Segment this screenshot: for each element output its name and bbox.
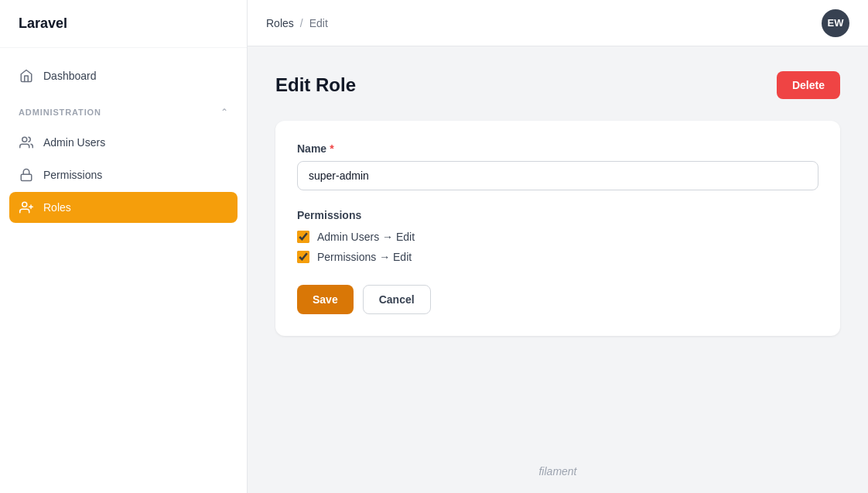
svg-point-0 (22, 137, 27, 142)
lock-icon (19, 167, 34, 183)
breadcrumb-separator: / (300, 17, 303, 29)
cancel-button[interactable]: Cancel (363, 285, 431, 314)
sidebar-item-label: Admin Users (43, 136, 105, 149)
page-content: Edit Role Delete Name * Permissions Admi… (248, 46, 868, 493)
avatar[interactable]: EW (822, 9, 849, 37)
sidebar-item-label: Dashboard (43, 70, 97, 82)
breadcrumb: Roles / Edit (266, 17, 328, 29)
brand-name: Laravel (0, 0, 247, 48)
breadcrumb-edit: Edit (309, 17, 328, 29)
permissions-group: Permissions Admin Users → Edit Permissio… (297, 209, 818, 263)
main-content: Roles / Edit EW Edit Role Delete Name * … (248, 0, 868, 493)
svg-point-2 (22, 202, 27, 207)
form-section: Name * Permissions Admin Users → Edit Pe… (275, 121, 840, 336)
svg-rect-1 (21, 174, 32, 180)
save-button[interactable]: Save (297, 285, 354, 314)
chevron-up-icon: ⌃ (220, 107, 228, 118)
roles-icon (19, 200, 34, 215)
page-title: Edit Role (275, 74, 356, 96)
users-icon (19, 135, 34, 150)
permission-checkbox-admin-users-edit[interactable] (297, 231, 309, 243)
permissions-checkbox-group: Admin Users → Edit Permissions → Edit (297, 231, 818, 263)
permission-label-permissions-edit: Permissions → Edit (317, 251, 412, 263)
permission-admin-users-edit[interactable]: Admin Users → Edit (297, 231, 818, 243)
page-header: Edit Role Delete (275, 71, 840, 99)
sidebar-nav: Dashboard ADMINISTRATION ⌃ Admin Users (0, 48, 247, 493)
footer-brand: filament (538, 465, 576, 478)
permission-checkbox-permissions-edit[interactable] (297, 251, 309, 263)
permission-permissions-edit[interactable]: Permissions → Edit (297, 251, 818, 263)
sidebar-item-roles[interactable]: Roles (9, 192, 238, 223)
breadcrumb-roles[interactable]: Roles (266, 17, 294, 29)
sidebar-item-label: Permissions (43, 169, 102, 181)
permissions-label: Permissions (297, 209, 818, 221)
topbar: Roles / Edit EW (248, 0, 868, 46)
required-indicator: * (330, 142, 333, 155)
permission-label-admin-users-edit: Admin Users → Edit (317, 231, 415, 243)
administration-section: ADMINISTRATION ⌃ (9, 101, 238, 124)
administration-label: ADMINISTRATION (19, 108, 101, 117)
name-label: Name * (297, 142, 818, 155)
sidebar: Laravel Dashboard ADMINISTRATION ⌃ (0, 0, 248, 493)
home-icon (19, 68, 34, 84)
form-actions: Save Cancel (297, 285, 818, 314)
name-field-group: Name * (297, 142, 818, 190)
delete-button[interactable]: Delete (777, 71, 840, 99)
sidebar-item-label: Roles (43, 201, 71, 214)
sidebar-item-admin-users[interactable]: Admin Users (9, 127, 238, 158)
sidebar-item-permissions[interactable]: Permissions (9, 159, 238, 190)
sidebar-item-dashboard[interactable]: Dashboard (9, 60, 238, 91)
name-input[interactable] (297, 161, 818, 190)
